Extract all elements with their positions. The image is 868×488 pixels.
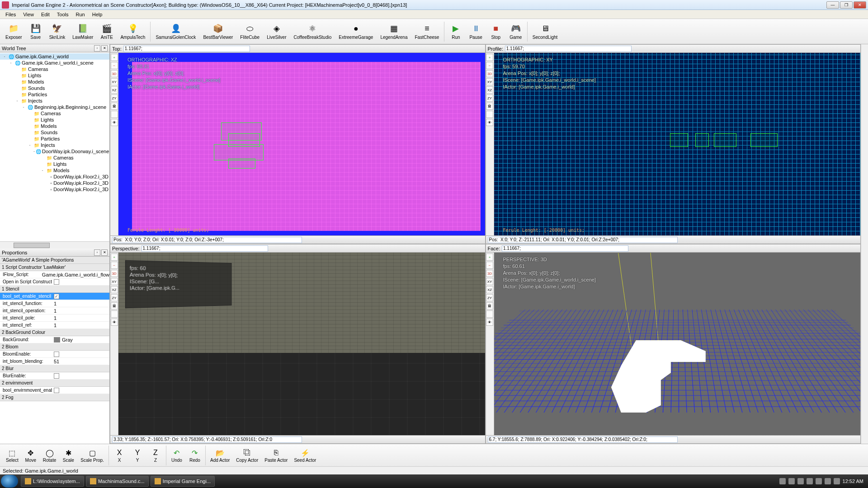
tree-node[interactable]: -📁Injects bbox=[0, 142, 109, 148]
viewport-top-value[interactable] bbox=[123, 46, 250, 52]
livesilver-button[interactable]: ◈LiveSilver bbox=[264, 20, 289, 43]
viewport-mode-xz[interactable]: XZ bbox=[111, 86, 118, 94]
add-actor-button[interactable]: 📂Add Actor bbox=[207, 446, 233, 465]
viewport-mode-xz[interactable]: XZ bbox=[111, 286, 118, 293]
viewport-perspective-status-text[interactable] bbox=[112, 436, 302, 443]
tray-icon[interactable] bbox=[834, 478, 840, 484]
viewport-mode-👁[interactable]: 👁 bbox=[486, 119, 493, 126]
menu-edit[interactable]: Edit bbox=[38, 11, 53, 18]
exposer-button[interactable]: 📁Exposer bbox=[2, 20, 25, 43]
menu-run[interactable]: Run bbox=[72, 11, 89, 18]
coffeebreakstudio-button[interactable]: ⚛CoffeeBreakStudio bbox=[291, 20, 335, 43]
viewport-mode-eye[interactable] bbox=[486, 310, 493, 318]
zoom-in-icon[interactable]: + bbox=[486, 54, 493, 61]
maximize-button[interactable]: ❐ bbox=[840, 1, 853, 9]
save-button[interactable]: 💾Save bbox=[26, 20, 45, 43]
tree-node[interactable]: 📁Particles bbox=[0, 136, 109, 142]
menu-files[interactable]: Files bbox=[2, 11, 19, 18]
extreemegarage-button[interactable]: ●ExtreemeGarage bbox=[335, 20, 376, 43]
menu-tools[interactable]: Tools bbox=[53, 11, 72, 18]
tree-node[interactable]: -🌐DoorWay.ipk.Doorway.i_scene bbox=[0, 148, 109, 155]
property-row[interactable]: int_bloom_blending:51 bbox=[0, 358, 109, 365]
close-button[interactable]: ✕ bbox=[854, 1, 866, 9]
fastcheese-button[interactable]: ≡FastCheese bbox=[412, 20, 443, 43]
panel-close-icon[interactable]: ✕ bbox=[101, 249, 108, 256]
tray-icon[interactable] bbox=[807, 478, 813, 484]
viewport-face-canvas[interactable]: PERSPECTIVE: 3D fps: 60.61 Arena Pos: x[… bbox=[494, 253, 861, 435]
tree-node[interactable]: 📁Sounds bbox=[0, 129, 109, 136]
viewport-face-value[interactable] bbox=[502, 245, 628, 252]
minimize-button[interactable]: — bbox=[826, 1, 839, 9]
select-button[interactable]: ⬚Select bbox=[3, 446, 22, 465]
world-tree[interactable]: -🌐Game.ipk.Game.i_world-🌐Game.ipk.Game.i… bbox=[0, 52, 109, 241]
zoom-out-icon[interactable]: − bbox=[111, 262, 118, 269]
viewport-mode-🏛[interactable]: 🏛 bbox=[486, 302, 493, 310]
copy-actor-button[interactable]: ⿻Copy Actor bbox=[233, 446, 261, 465]
property-value[interactable]: 51 bbox=[52, 359, 109, 364]
tree-node[interactable]: 📁Cameras bbox=[0, 155, 109, 161]
tree-node[interactable]: ▫DoorWay.ipk.Floor2.i_3D bbox=[0, 186, 109, 192]
property-value[interactable] bbox=[52, 388, 109, 393]
viewport-mode-eye[interactable] bbox=[111, 310, 118, 318]
viewport-mode-xy[interactable]: XY bbox=[111, 78, 118, 85]
viewport-profile-canvas[interactable]: ORTHOGRAPHIC: XY fps: 59.70 Arena Pos: x… bbox=[494, 53, 861, 235]
viewport-mode-xy[interactable]: XY bbox=[486, 78, 493, 85]
tree-node[interactable]: 📁Sounds bbox=[0, 85, 109, 91]
property-row[interactable]: bool_set_enable_stencil✓ bbox=[0, 293, 109, 300]
scale-prop--button[interactable]: ▢Scale Prop. bbox=[77, 446, 107, 465]
viewport-mode-xy[interactable]: XY bbox=[111, 278, 118, 285]
viewport-mode-eye[interactable] bbox=[111, 111, 118, 118]
tree-node[interactable]: 📁Lights bbox=[0, 117, 109, 123]
property-row[interactable]: BackGround:Gray bbox=[0, 336, 109, 343]
viewport-profile-value[interactable] bbox=[505, 46, 632, 52]
property-row[interactable]: BloomEnable: bbox=[0, 351, 109, 358]
viewport-mode-3d[interactable]: 3D bbox=[486, 270, 493, 277]
checkbox-icon[interactable] bbox=[54, 279, 59, 285]
checkbox-icon[interactable] bbox=[54, 352, 59, 357]
panel-pin-icon[interactable]: ▫ bbox=[94, 45, 100, 52]
tray-icon[interactable] bbox=[825, 478, 831, 484]
property-value[interactable]: 1 bbox=[52, 315, 109, 321]
right-scrollbar[interactable] bbox=[861, 44, 868, 444]
tree-scrollbar[interactable] bbox=[0, 241, 109, 249]
game-button[interactable]: 🎮Game bbox=[506, 20, 525, 43]
tree-node[interactable]: -📁Injects bbox=[0, 98, 109, 104]
zoom-out-icon[interactable]: − bbox=[111, 62, 118, 69]
viewport-mode-👁[interactable]: 👁 bbox=[111, 319, 118, 326]
viewport-face-status-text[interactable] bbox=[488, 436, 678, 443]
viewport-top-status-text[interactable] bbox=[112, 237, 302, 243]
redo-button[interactable]: ↷Redo bbox=[186, 446, 204, 465]
tree-node[interactable]: 📁Cameras bbox=[0, 110, 109, 117]
viewport-mode-eye[interactable] bbox=[486, 111, 493, 118]
system-tray[interactable]: 12:52 AM bbox=[776, 478, 867, 484]
viewport-profile-status-text[interactable] bbox=[488, 237, 678, 243]
taskbar-clock[interactable]: 12:52 AM bbox=[843, 479, 863, 484]
samuraigolenclock-button[interactable]: 👤SamuraiGolenClock bbox=[152, 20, 199, 43]
property-row[interactable]: IFlow_Script:Game.ipk.Game.i_world.i_flo… bbox=[0, 271, 109, 278]
viewport-mode-🏛[interactable]: 🏛 bbox=[111, 103, 118, 110]
viewport-mode-3d[interactable]: 3D bbox=[486, 70, 493, 77]
ampulatech-button[interactable]: 💡AmpulaTech bbox=[117, 20, 148, 43]
property-row[interactable]: int_stencil_function:1 bbox=[0, 300, 109, 307]
viewport-perspective-canvas[interactable]: fps: 60 Arena Pos: x[0]; y[0]; IScene: [… bbox=[118, 253, 485, 435]
viewport-mode-xy[interactable]: XY bbox=[486, 278, 493, 285]
checkbox-icon[interactable]: ✓ bbox=[54, 294, 59, 299]
tree-node[interactable]: 📁Cameras bbox=[0, 66, 109, 72]
viewport-mode-3d[interactable]: 3D bbox=[111, 70, 118, 77]
viewport-mode-3d[interactable]: 3D bbox=[111, 270, 118, 277]
tray-icon[interactable] bbox=[779, 478, 786, 484]
property-value[interactable]: Game.ipk.Game.i_world.i_flow bbox=[40, 272, 109, 277]
tray-icon[interactable] bbox=[797, 478, 804, 484]
property-value[interactable]: 1 bbox=[52, 308, 109, 314]
tree-node[interactable]: 📁Lights bbox=[0, 72, 109, 79]
x-button[interactable]: XX bbox=[110, 446, 128, 465]
zoom-in-icon[interactable]: + bbox=[111, 54, 118, 61]
property-row[interactable]: BlurEnable: bbox=[0, 372, 109, 380]
taskbar-item[interactable]: MachinimaSound.c... bbox=[86, 476, 149, 487]
taskbar-item[interactable]: Imperial Game Engi... bbox=[151, 476, 215, 487]
property-row[interactable]: Open in Script Construct bbox=[0, 278, 109, 286]
bestbarviewer-button[interactable]: 📦BestBarViewer bbox=[200, 20, 236, 43]
zoom-in-icon[interactable]: + bbox=[486, 253, 493, 261]
viewport-mode-zy[interactable]: ZY bbox=[486, 294, 493, 301]
panel-close-icon[interactable]: ✕ bbox=[101, 45, 108, 52]
